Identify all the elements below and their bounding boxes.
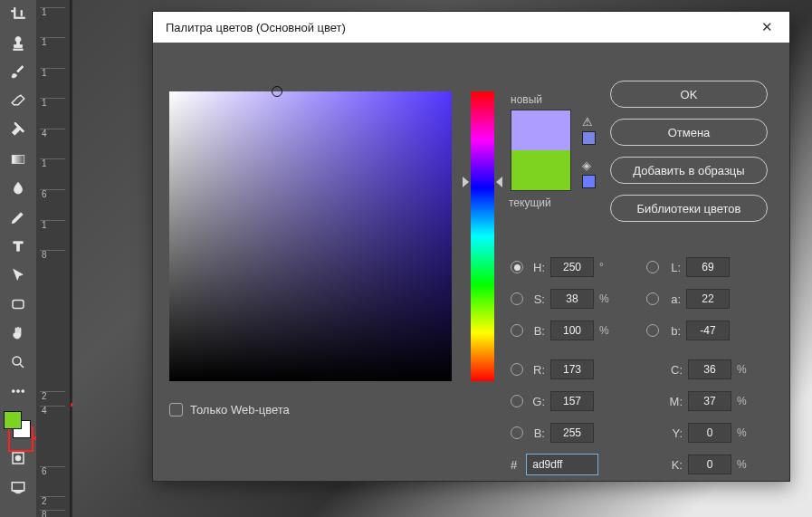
websafe-warning-swatch[interactable]	[582, 175, 596, 188]
hue-arrow-left	[463, 177, 469, 187]
label-h: H:	[529, 261, 545, 274]
color-swatches	[0, 407, 36, 444]
input-m[interactable]	[688, 391, 731, 411]
svg-rect-8	[12, 483, 24, 491]
input-b-rgb[interactable]	[550, 423, 594, 443]
type-icon[interactable]	[0, 232, 36, 261]
label-c: C:	[666, 363, 683, 377]
color-libraries-button[interactable]: Библиотеки цветов	[610, 195, 768, 222]
websafe-warning-icon[interactable]: ◈	[582, 158, 591, 172]
gradient-icon[interactable]	[0, 145, 36, 174]
svg-point-2	[13, 357, 21, 365]
radio-l[interactable]	[646, 261, 659, 273]
close-icon[interactable]: ✕	[754, 15, 780, 39]
rectangle-icon[interactable]	[0, 290, 36, 319]
foreground-color-swatch[interactable]	[4, 411, 22, 429]
sb-cursor	[272, 86, 282, 97]
radio-s[interactable]	[511, 292, 523, 305]
color-preview	[511, 110, 571, 191]
more-icon[interactable]	[0, 377, 36, 406]
web-only-label: Только Web-цвета	[190, 403, 290, 416]
screenmode-icon[interactable]	[0, 473, 36, 502]
label-a: a:	[664, 292, 681, 306]
label-b-lab: b:	[664, 324, 681, 338]
input-r[interactable]	[550, 359, 594, 379]
label-m: M:	[666, 395, 683, 408]
healing-icon[interactable]	[0, 116, 36, 145]
svg-point-7	[15, 455, 21, 461]
svg-point-5	[22, 390, 24, 393]
input-k[interactable]	[688, 455, 731, 474]
input-y[interactable]	[688, 423, 731, 443]
label-l: L:	[664, 261, 681, 274]
input-b-lab[interactable]	[686, 321, 730, 340]
label-g: G:	[529, 395, 545, 408]
current-color-swatch[interactable]	[511, 150, 570, 190]
dialog-titlebar[interactable]: Палитра цветов (Основной цвет) ✕	[153, 12, 789, 43]
unit-deg: °	[599, 261, 614, 273]
svg-point-3	[12, 390, 14, 393]
input-h[interactable]	[550, 257, 594, 277]
radio-h[interactable]	[511, 261, 523, 273]
saturation-brightness-field[interactable]	[169, 91, 452, 381]
hand-icon[interactable]	[0, 319, 36, 348]
ok-button[interactable]: OK	[610, 81, 768, 108]
input-hex[interactable]	[526, 454, 598, 475]
quickmask-icon[interactable]	[0, 444, 36, 473]
svg-rect-0	[12, 156, 24, 164]
radio-b[interactable]	[511, 324, 523, 337]
crop-icon[interactable]	[0, 0, 36, 29]
label-k: K:	[666, 458, 683, 472]
input-l[interactable]	[686, 257, 730, 277]
color-value-fields: H: ° S: % B: %	[511, 253, 769, 470]
web-only-checkbox[interactable]	[169, 403, 183, 416]
label-b-rgb: B:	[529, 426, 545, 440]
input-b-hsb[interactable]	[550, 321, 594, 340]
gamut-warning-icon[interactable]: ⚠	[582, 115, 593, 129]
new-color-label: новый	[511, 93, 542, 106]
pen-icon[interactable]	[0, 203, 36, 232]
hex-hash: #	[511, 458, 517, 472]
blur-icon[interactable]	[0, 174, 36, 203]
radio-g[interactable]	[511, 395, 523, 407]
hue-slider[interactable]	[471, 91, 494, 381]
path-select-icon[interactable]	[0, 261, 36, 290]
input-a[interactable]	[686, 289, 730, 309]
svg-point-4	[17, 390, 20, 393]
cancel-button[interactable]: Отмена	[610, 119, 768, 146]
input-c[interactable]	[688, 359, 731, 379]
label-r: R:	[529, 363, 545, 377]
radio-b-lab[interactable]	[646, 324, 659, 337]
radio-r[interactable]	[511, 363, 523, 376]
zoom-icon[interactable]	[0, 348, 36, 377]
gamut-warning-swatch[interactable]	[582, 131, 596, 145]
label-s: S:	[529, 292, 545, 306]
dialog-title: Палитра цветов (Основной цвет)	[166, 21, 346, 34]
current-color-label: текущий	[509, 196, 551, 209]
stamp-icon[interactable]	[0, 29, 36, 58]
radio-b-rgb[interactable]	[511, 426, 523, 439]
input-g[interactable]	[550, 391, 594, 411]
brush-icon[interactable]	[0, 58, 36, 87]
tools-panel	[0, 0, 36, 517]
svg-rect-1	[13, 301, 24, 309]
input-s[interactable]	[550, 289, 594, 309]
label-b-hsb: B:	[529, 324, 545, 338]
color-picker-dialog: Палитра цветов (Основной цвет) ✕ новый т…	[152, 11, 790, 482]
add-swatch-button[interactable]: Добавить в образцы	[610, 157, 768, 184]
vertical-ruler: 1 1 1 1 4 1 6 1 8 2 4 6 2 8	[36, 0, 71, 517]
new-color-swatch[interactable]	[511, 110, 570, 150]
hue-arrow-right	[496, 177, 502, 187]
label-y: Y:	[666, 426, 683, 440]
eraser-icon[interactable]	[0, 87, 36, 116]
radio-a[interactable]	[646, 292, 659, 305]
